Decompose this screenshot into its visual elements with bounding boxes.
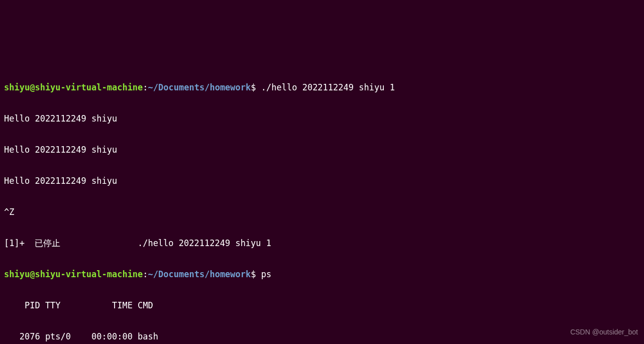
stopped-job: [1]+ 已停止 ./hello 2022112249 shiyu 1 xyxy=(4,236,640,251)
output-line: Hello 2022112249 shiyu xyxy=(4,173,640,189)
ps-header: PID TTY TIME CMD xyxy=(4,298,640,313)
prompt-colon: : xyxy=(143,82,148,92)
prompt-user: shiyu@shiyu-virtual-machine xyxy=(4,82,143,92)
prompt-path: ~/Documents/homework xyxy=(148,269,251,279)
output-line: Hello 2022112249 shiyu xyxy=(4,142,640,158)
prompt-line-1: shiyu@shiyu-virtual-machine:~/Documents/… xyxy=(4,80,640,95)
ps-row: 2076 pts/0 00:00:00 bash xyxy=(4,329,640,344)
prompt-user: shiyu@shiyu-virtual-machine xyxy=(4,269,143,279)
prompt-line-2: shiyu@shiyu-virtual-machine:~/Documents/… xyxy=(4,267,640,282)
watermark: CSDN @outsider_bot xyxy=(570,324,638,340)
prompt-colon: : xyxy=(143,269,148,279)
terminal[interactable]: shiyu@shiyu-virtual-machine:~/Documents/… xyxy=(4,64,640,344)
prompt-dollar: $ xyxy=(251,269,256,279)
prompt-dollar: $ xyxy=(251,82,256,92)
command-ps: ps xyxy=(256,269,272,279)
ctrl-z: ^Z xyxy=(4,204,640,220)
output-line: Hello 2022112249 shiyu xyxy=(4,111,640,127)
prompt-path: ~/Documents/homework xyxy=(148,82,251,92)
command-hello: ./hello 2022112249 shiyu 1 xyxy=(256,82,395,92)
